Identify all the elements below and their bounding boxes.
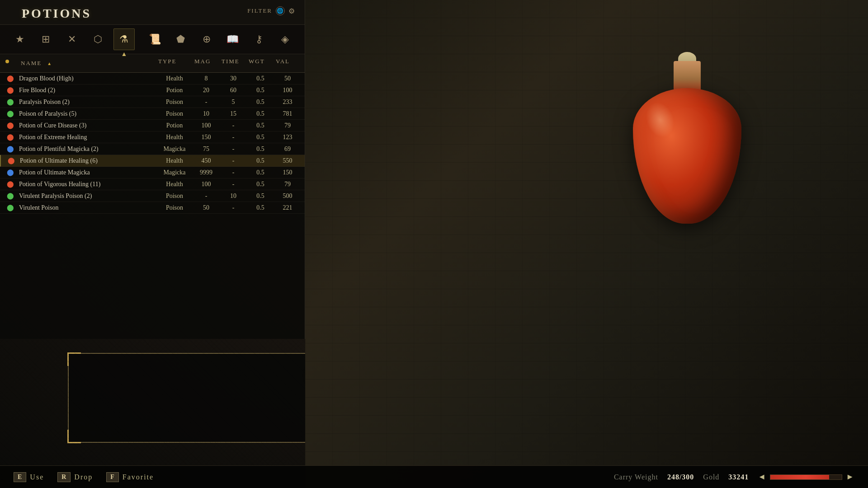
category-bar: ★ ⊞ ✕ ⬡ ⚗ ▲ 📜 ⬟ ⊕ 📖 ⚷ ◈ (0, 25, 305, 54)
row-type: Health (156, 157, 193, 164)
row-wgt: 0.5 (247, 87, 274, 94)
row-wgt: 0.5 (247, 145, 274, 153)
row-name: Dragon Blood (High) (17, 75, 156, 82)
row-type-icon: ⬤ (4, 122, 17, 129)
category-keys[interactable]: ⚷ (248, 28, 270, 50)
row-time: - (220, 134, 247, 141)
hud-key-r: R (57, 472, 71, 482)
category-potions[interactable]: ⚗ ▲ (113, 28, 135, 50)
row-wgt: 0.5 (247, 169, 274, 176)
row-time: - (220, 157, 247, 164)
potion-3d-view (597, 36, 778, 239)
row-type-icon: ⬤ (4, 75, 17, 82)
category-food[interactable]: ⬟ (170, 28, 192, 50)
category-favorites[interactable]: ★ (9, 28, 31, 50)
row-type: Poison (156, 204, 193, 211)
gold-label: Gold (703, 473, 719, 481)
category-weapons[interactable]: ✕ (61, 28, 83, 50)
hud-action-favorite[interactable]: F Favorite (106, 472, 154, 482)
row-wgt: 0.5 (247, 157, 274, 164)
row-mag: 100 (193, 122, 220, 129)
table-row[interactable]: ⬤ Virulent Paralysis Poison (2) Poison -… (0, 190, 305, 202)
row-wgt: 0.5 (247, 75, 274, 82)
table-row[interactable]: ⬤ Paralysis Poison (2) Poison - 5 0.5 23… (0, 96, 305, 108)
health-bar-container: ◄ ► (758, 472, 854, 482)
table-row[interactable]: ⬤ Potion of Cure Disease (3) Potion 100 … (0, 120, 305, 131)
row-type-icon: ⬤ (4, 86, 17, 94)
table-row[interactable]: ⬤ Poison of Paralysis (5) Poison 10 15 0… (0, 108, 305, 120)
row-time: - (220, 122, 247, 129)
health-bar-right-arrow: ► (846, 472, 854, 482)
table-row[interactable]: ⬤ Fire Blood (2) Potion 20 60 0.5 100 (0, 84, 305, 96)
hud-action-use[interactable]: E Use (14, 472, 44, 482)
col-val: VAL (274, 56, 301, 70)
hud-actions: E Use R Drop F Favorite (14, 472, 614, 482)
table-row[interactable]: ⬤ Potion of Ultimate Healing (6) Health … (0, 155, 305, 167)
hud-right: Carry Weight 248/300 Gold 33241 ◄ ► (614, 472, 854, 482)
row-time: - (220, 181, 247, 188)
hud-action-drop[interactable]: R Drop (57, 472, 93, 482)
row-wgt: 0.5 (247, 122, 274, 129)
row-val: 79 (274, 122, 301, 129)
row-time: 5 (220, 99, 247, 106)
row-mag: - (193, 99, 220, 106)
table-row[interactable]: ⬤ Potion of Extreme Healing Health 150 -… (0, 131, 305, 143)
row-mag: 9999 (193, 169, 220, 176)
row-val: 50 (274, 75, 301, 82)
category-ingredients[interactable]: ⊕ (196, 28, 218, 50)
category-armor[interactable]: ⬡ (87, 28, 109, 50)
row-type: Magicka (156, 169, 193, 176)
row-type: Health (156, 134, 193, 141)
row-type-icon: ⬤ (4, 110, 17, 117)
row-time: - (220, 145, 247, 153)
table-row[interactable]: ⬤ Potion of Plentiful Magicka (2) Magick… (0, 143, 305, 155)
row-name: Virulent Paralysis Poison (2) (17, 192, 156, 200)
row-type: Poison (156, 110, 193, 117)
table-row[interactable]: ⬤ Dragon Blood (High) Health 8 30 0.5 50 (0, 73, 305, 84)
health-bar-fill (770, 475, 829, 479)
row-name: Virulent Poison (17, 204, 156, 211)
hud-key-f: F (106, 472, 119, 482)
row-type-icon: ⬤ (4, 180, 17, 188)
carry-weight-value: 248/300 (667, 473, 694, 481)
items-table[interactable]: NAME ▲ TYPE MAG TIME WGT VAL ⬤ Dragon Bl… (0, 54, 305, 339)
category-misc[interactable]: ◈ (274, 28, 296, 50)
col-indicator (4, 56, 17, 70)
category-scrolls[interactable]: 📜 (144, 28, 165, 50)
row-name: Potion of Ultimate Magicka (17, 169, 156, 176)
row-name: Potion of Cure Disease (3) (17, 122, 156, 129)
row-type: Poison (156, 192, 193, 200)
bottom-hud: E Use R Drop F Favorite Carry Weight 248… (0, 465, 868, 488)
row-type-icon: ⬤ (4, 169, 17, 176)
row-time: 15 (220, 110, 247, 117)
category-books[interactable]: 📖 (222, 28, 244, 50)
row-val: 233 (274, 99, 301, 106)
row-name: Potion of Ultimate Healing (6) (18, 157, 156, 164)
table-row[interactable]: ⬤ Potion of Vigorous Healing (11) Health… (0, 178, 305, 190)
row-type-icon: ⬤ (4, 192, 17, 200)
wall-stones (305, 0, 868, 488)
filter-settings-icon[interactable]: ⚙ (288, 7, 296, 15)
category-apparel[interactable]: ⊞ (35, 28, 57, 50)
row-mag: - (193, 192, 220, 200)
row-mag: 8 (193, 75, 220, 82)
row-name: Fire Blood (2) (17, 87, 156, 94)
row-type-icon: ⬤ (4, 98, 17, 106)
hud-label-use: Use (30, 473, 44, 481)
row-name: Potion of Vigorous Healing (11) (17, 181, 156, 188)
table-row[interactable]: ⬤ Virulent Poison Poison 50 - 0.5 221 (0, 202, 305, 214)
row-mag: 150 (193, 134, 220, 141)
table-rows-container: ⬤ Dragon Blood (High) Health 8 30 0.5 50… (0, 73, 305, 214)
sort-arrow-icon: ▲ (45, 59, 54, 68)
row-time: 10 (220, 192, 247, 200)
row-name: Potion of Extreme Healing (17, 134, 156, 141)
row-time: 60 (220, 87, 247, 94)
row-val: 123 (274, 134, 301, 141)
bottle-body (633, 88, 741, 224)
table-row[interactable]: ⬤ Potion of Ultimate Magicka Magicka 999… (0, 167, 305, 178)
filter-globe-icon[interactable]: 🌐 (276, 6, 285, 15)
title-bar: POTIONS FILTER 🌐 ⚙ (0, 0, 305, 25)
col-wgt: WGT (247, 56, 274, 70)
row-mag: 75 (193, 145, 220, 153)
health-bar (770, 474, 842, 480)
